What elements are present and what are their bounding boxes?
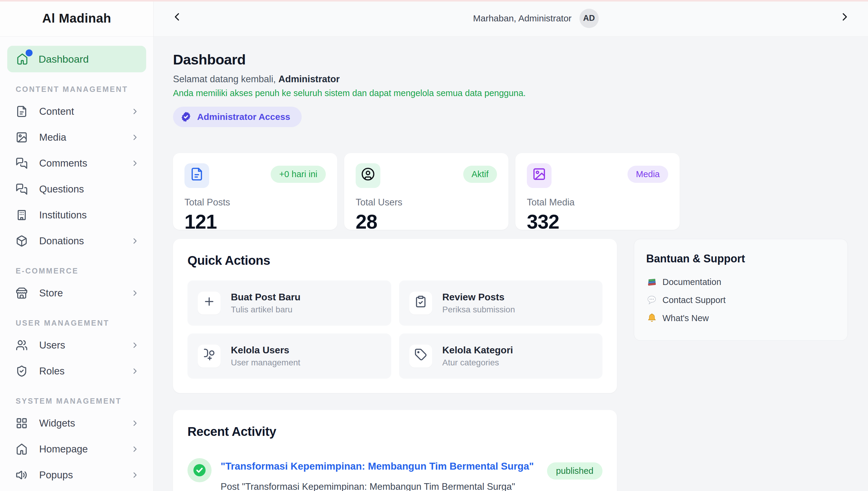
app-window: Al Madinah DashboardCONTENT MANAGEMENTCo… xyxy=(0,0,868,491)
sidebar-item-label: Institutions xyxy=(39,209,87,221)
chevron-right-icon xyxy=(131,470,140,480)
sidebar-section-label-user-management: USER MANAGEMENT xyxy=(7,306,146,332)
chevron-right-icon xyxy=(131,159,140,168)
sidebar-item-media[interactable]: Media xyxy=(7,124,146,150)
check-circle-icon xyxy=(188,458,212,482)
welcome-prefix: Selamat datang kembali, xyxy=(173,74,276,84)
sidebar-item-dashboard-active[interactable]: Dashboard xyxy=(7,46,146,72)
activity-row: "Transformasi Kepemimpinan: Membangun Ti… xyxy=(188,458,603,491)
avatar[interactable]: AD xyxy=(579,9,598,28)
stat-card-total-posts: +0 hari iniTotal Posts121 xyxy=(173,153,337,230)
sidebar-section-label-system-management: SYSTEM MANAGEMENT xyxy=(7,384,146,410)
megaphone-icon xyxy=(16,469,28,481)
activity-post-link[interactable]: "Transformasi Kepemimpinan: Membangun Ti… xyxy=(221,461,538,472)
image-icon xyxy=(16,131,28,143)
notification-dot xyxy=(26,49,32,56)
header-bar: Marhaban, Administrator AD xyxy=(154,0,868,37)
sidebar-item-store[interactable]: Store xyxy=(7,280,146,306)
greeting-text: Marhaban, Administrator xyxy=(473,13,572,24)
forward-button[interactable] xyxy=(836,8,853,29)
plus-icon xyxy=(198,292,221,315)
stat-badge: +0 hari ini xyxy=(271,166,326,183)
home-icon xyxy=(16,53,28,65)
clipboard-check-icon xyxy=(409,292,432,315)
sidebar-item-users[interactable]: Users xyxy=(7,332,146,358)
user-info: Marhaban, Administrator AD xyxy=(473,9,599,28)
user-plus-icon xyxy=(198,345,221,368)
sidebar-item-questions[interactable]: Questions xyxy=(7,176,146,202)
sidebar-item-institutions[interactable]: Institutions xyxy=(7,202,146,228)
stat-card-total-media: MediaTotal Media332 xyxy=(515,153,680,230)
chevron-right-icon xyxy=(131,341,140,350)
app-title: Al Madinah xyxy=(42,11,111,26)
support-link-documentation[interactable]: Documentation xyxy=(646,273,836,291)
sidebar-item-comments[interactable]: Comments xyxy=(7,150,146,176)
messages-icon xyxy=(16,157,28,169)
chevron-right-icon xyxy=(131,367,140,376)
stat-badge: Media xyxy=(627,166,668,183)
access-note: Anda memiliki akses penuh ke seluruh sis… xyxy=(173,88,849,98)
sidebar-item-label: Users xyxy=(39,340,65,351)
sidebar-item-content[interactable]: Content xyxy=(7,98,146,124)
sidebar-header: Al Madinah xyxy=(0,0,153,37)
sidebar-item-label: Media xyxy=(39,132,66,143)
middle-row: Quick Actions Buat Post BaruTulis artike… xyxy=(173,239,849,393)
chevron-right-icon xyxy=(131,444,140,454)
back-button[interactable] xyxy=(168,8,186,29)
messages-icon xyxy=(16,183,28,195)
sidebar-item-label: Popups xyxy=(39,469,73,481)
quick-action-kelola-kategori[interactable]: Kelola KategoriAtur categories xyxy=(399,334,603,379)
quick-action-title: Buat Post Baru xyxy=(231,292,301,303)
page-title: Dashboard xyxy=(173,51,849,68)
stat-label: Total Posts xyxy=(185,197,326,208)
quick-action-subtitle: User management xyxy=(231,358,300,368)
quick-action-review-posts[interactable]: Review PostsPeriksa submission xyxy=(399,281,603,326)
quick-action-title: Kelola Users xyxy=(231,345,300,356)
quick-action-buat-post-baru[interactable]: Buat Post BaruTulis artikel baru xyxy=(188,281,391,326)
image-icon xyxy=(527,163,552,188)
sidebar-item-homepage[interactable]: Homepage xyxy=(7,436,146,462)
quick-action-subtitle: Periksa submission xyxy=(443,305,515,315)
sidebar-item-donations[interactable]: Donations xyxy=(7,228,146,254)
support-link-what-s-new[interactable]: What's New xyxy=(646,309,836,327)
file-text-icon xyxy=(16,106,28,117)
chevron-right-icon xyxy=(131,107,140,116)
stat-label: Total Users xyxy=(356,197,497,208)
support-title: Bantuan & Support xyxy=(646,253,836,265)
support-card: Bantuan & Support DocumentationContact S… xyxy=(634,239,848,341)
sidebar-section-label-e-commerce: E-COMMERCE xyxy=(7,254,146,280)
sidebar-item-label: Questions xyxy=(39,183,84,195)
sidebar-item-popups[interactable]: Popups xyxy=(7,462,146,488)
status-badge: published xyxy=(547,462,603,480)
chevron-right-icon xyxy=(838,10,851,26)
stat-value: 121 xyxy=(185,210,326,233)
sidebar-item-widgets[interactable]: Widgets xyxy=(7,410,146,436)
stats-row: +0 hari iniTotal Posts121AktifTotal User… xyxy=(173,153,849,230)
quick-actions-grid: Buat Post BaruTulis artikel baruReview P… xyxy=(188,281,603,379)
tag-icon xyxy=(409,345,432,368)
support-link-label: What's New xyxy=(663,313,709,323)
activity-list: "Transformasi Kepemimpinan: Membangun Ti… xyxy=(188,458,603,491)
support-link-label: Documentation xyxy=(663,277,721,287)
welcome-text: Selamat datang kembali, Administrator xyxy=(173,74,849,85)
support-link-label: Contact Support xyxy=(663,295,726,305)
bell-icon xyxy=(646,313,657,323)
quick-action-subtitle: Atur categories xyxy=(443,358,513,368)
chevron-right-icon xyxy=(131,419,140,428)
stat-card-total-users: AktifTotal Users28 xyxy=(344,153,508,230)
users-icon xyxy=(16,339,28,351)
stat-value: 28 xyxy=(356,210,497,233)
sidebar-item-settings[interactable]: Settings xyxy=(7,488,146,491)
sidebar: Al Madinah DashboardCONTENT MANAGEMENTCo… xyxy=(0,0,154,491)
quick-action-subtitle: Tulis artikel baru xyxy=(231,305,301,315)
shield-check-icon xyxy=(16,365,28,377)
quick-actions-title: Quick Actions xyxy=(188,253,603,268)
support-list: DocumentationContact SupportWhat's New xyxy=(646,273,836,327)
chevron-right-icon xyxy=(131,289,140,298)
store-icon xyxy=(16,287,28,299)
support-link-contact-support[interactable]: Contact Support xyxy=(646,291,836,309)
sidebar-section-label-content-management: CONTENT MANAGEMENT xyxy=(7,72,146,98)
sidebar-item-roles[interactable]: Roles xyxy=(7,358,146,384)
main-content: Dashboard Selamat datang kembali, Admini… xyxy=(154,37,868,491)
quick-action-kelola-users[interactable]: Kelola UsersUser management xyxy=(188,334,391,379)
